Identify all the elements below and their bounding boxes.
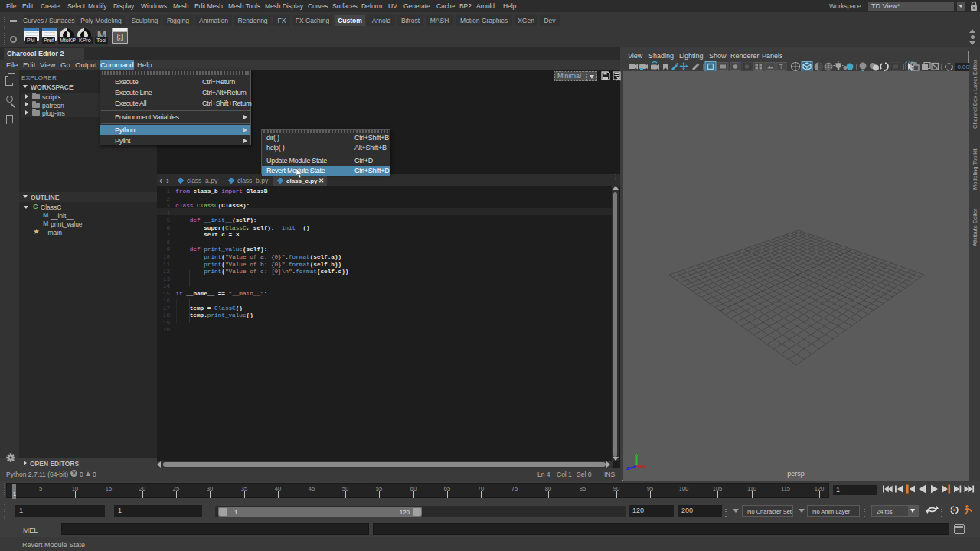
svg-text:T: T bbox=[779, 63, 783, 70]
